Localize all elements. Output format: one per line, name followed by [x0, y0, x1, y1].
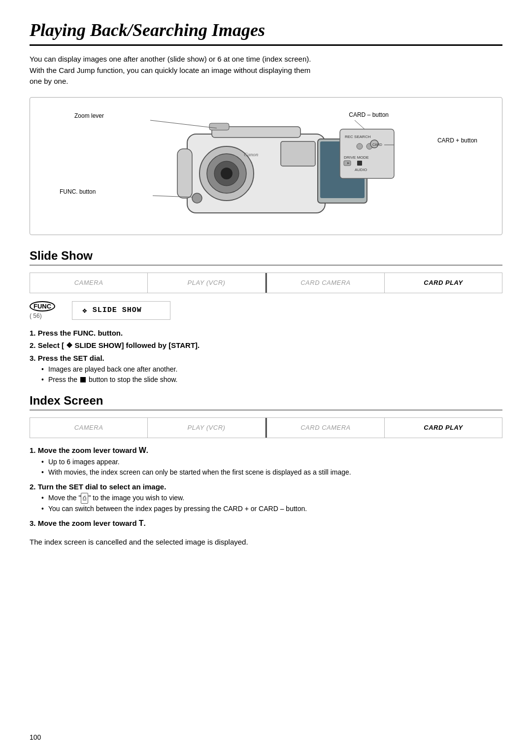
svg-rect-6 — [209, 123, 229, 130]
svg-rect-7 — [281, 141, 315, 166]
tab-play-vcr-ss[interactable]: PLAY (VCR) — [148, 273, 266, 293]
step-is-3: 3. Move the zoom lever toward T. — [30, 519, 502, 528]
slide-show-bullets: Images are played back one after another… — [41, 364, 502, 385]
tab-card-play-ss[interactable]: CARD PLAY — [385, 273, 502, 293]
svg-text:Canon: Canon — [244, 151, 259, 157]
stop-icon — [80, 377, 86, 382]
svg-text:AUDIO: AUDIO — [355, 168, 367, 172]
step-ss-2: 2. Select [ ❖ SLIDE SHOW] followed by [S… — [30, 341, 502, 350]
func-circle: FUNC — [30, 301, 55, 311]
bullet-ss-2: Press the button to stop the slide show. — [41, 375, 502, 385]
func-content-box: ❖ SLIDE SHOW — [72, 301, 170, 320]
slide-show-rule — [30, 265, 502, 266]
tab-card-play-is[interactable]: CARD PLAY — [385, 418, 502, 438]
tab-card-camera-ss[interactable]: CARD CAMERA — [267, 273, 385, 293]
step-ss-1: 1. Press the FUNC. button. — [30, 329, 502, 337]
svg-rect-20 — [177, 149, 192, 198]
svg-text:REC SEARCH: REC SEARCH — [345, 135, 371, 139]
func-area-ss: FUNC ( 56) ❖ SLIDE SHOW — [30, 301, 502, 320]
index-screen-steps: 1. Move the zoom lever toward W. Up to 6… — [30, 446, 502, 528]
svg-text:CARD: CARD — [372, 143, 382, 146]
page-number: 100 — [30, 733, 41, 741]
closing-text: The index screen is cancelled and the se… — [30, 537, 502, 548]
slide-show-steps: 1. Press the FUNC. button. 2. Select [ ❖… — [30, 329, 502, 385]
bullet-is-2-2: You can switch between the index pages b… — [41, 504, 502, 514]
index-bullets-1: Up to 6 images appear. With movies, the … — [41, 457, 502, 478]
tab-camera-ss[interactable]: CAMERA — [30, 273, 148, 293]
step-is-2: 2. Turn the SET dial to select an image.… — [30, 482, 502, 514]
func-button-label: FUNC. button — [60, 188, 96, 195]
svg-rect-18 — [357, 161, 362, 166]
svg-point-4 — [221, 168, 233, 179]
step-ss-3: 3. Press the SET dial. Images are played… — [30, 354, 502, 385]
slide-show-mode-bar: CAMERA PLAY (VCR) CARD CAMERA CARD PLAY — [30, 273, 502, 293]
bullet-is-2-1: Move the "⎙" to the image you wish to vi… — [41, 493, 502, 504]
svg-line-22 — [150, 120, 217, 128]
index-screen-mode-bar: CAMERA PLAY (VCR) CARD CAMERA CARD PLAY — [30, 417, 502, 438]
func-label-box: FUNC ( 56) — [30, 301, 64, 319]
tab-play-vcr-is[interactable]: PLAY (VCR) — [148, 418, 266, 438]
svg-point-12 — [357, 143, 363, 149]
slide-show-header: Slide Show — [30, 249, 502, 263]
index-screen-rule — [30, 410, 502, 411]
intro-text: You can display images one after another… — [30, 54, 502, 87]
index-bullets-2: Move the "⎙" to the image you wish to vi… — [41, 493, 502, 514]
bullet-is-1-1: Up to 6 images appear. — [41, 457, 502, 467]
camera-diagram: Zoom lever CARD – button CARD + button F… — [30, 97, 502, 235]
func-content-text: SLIDE SHOW — [93, 306, 142, 314]
svg-text:DRIVE MODE: DRIVE MODE — [344, 155, 369, 160]
bullet-ss-1: Images are played back one after another… — [41, 364, 502, 375]
card-plus-label: CARD + button — [437, 137, 477, 144]
bullet-is-1-2: With movies, the index screen can only b… — [41, 467, 502, 478]
func-page: ( 56) — [30, 312, 42, 319]
svg-line-23 — [355, 120, 365, 129]
svg-point-21 — [192, 193, 202, 203]
tab-card-camera-is[interactable]: CARD CAMERA — [267, 418, 385, 438]
cursor-icon: ⎙ — [81, 493, 88, 504]
page-title: Playing Back/Searching Images — [30, 20, 502, 40]
tab-camera-is[interactable]: CAMERA — [30, 418, 148, 438]
step-is-1: 1. Move the zoom lever toward W. Up to 6… — [30, 446, 502, 478]
camera-illustration: REC SEARCH DRIVE MODE AUDIO Canon — [113, 109, 419, 223]
title-divider — [30, 44, 502, 46]
slideshow-icon: ❖ — [82, 306, 88, 315]
index-screen-header: Index Screen — [30, 394, 502, 408]
zoom-lever-label: Zoom lever — [74, 112, 104, 119]
